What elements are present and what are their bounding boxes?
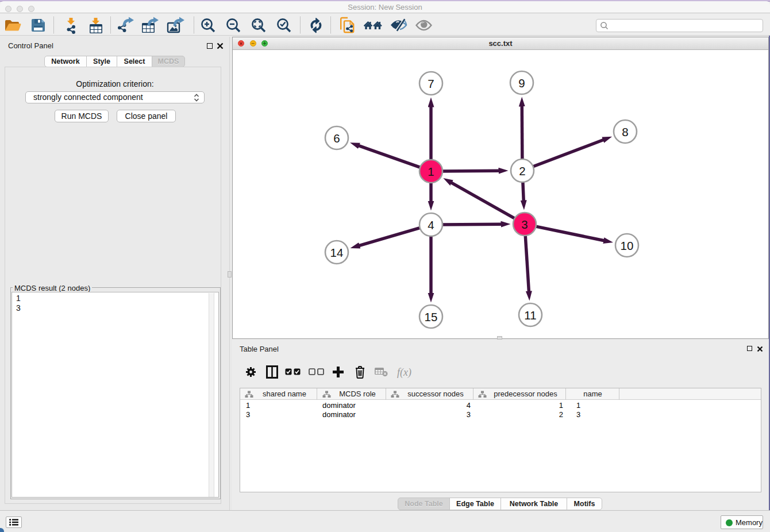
svg-text:11: 11 — [524, 309, 536, 322]
svg-text:9: 9 — [518, 76, 525, 90]
svg-text:8: 8 — [622, 125, 628, 138]
svg-text:14: 14 — [330, 246, 344, 259]
svg-text:7: 7 — [428, 77, 434, 90]
svg-text:10: 10 — [621, 239, 634, 252]
svg-text:3: 3 — [521, 218, 528, 231]
svg-text:6: 6 — [333, 132, 340, 145]
svg-text:1: 1 — [428, 165, 434, 178]
svg-text:15: 15 — [425, 310, 438, 323]
svg-text:2: 2 — [519, 164, 525, 178]
svg-text:4: 4 — [428, 218, 434, 232]
